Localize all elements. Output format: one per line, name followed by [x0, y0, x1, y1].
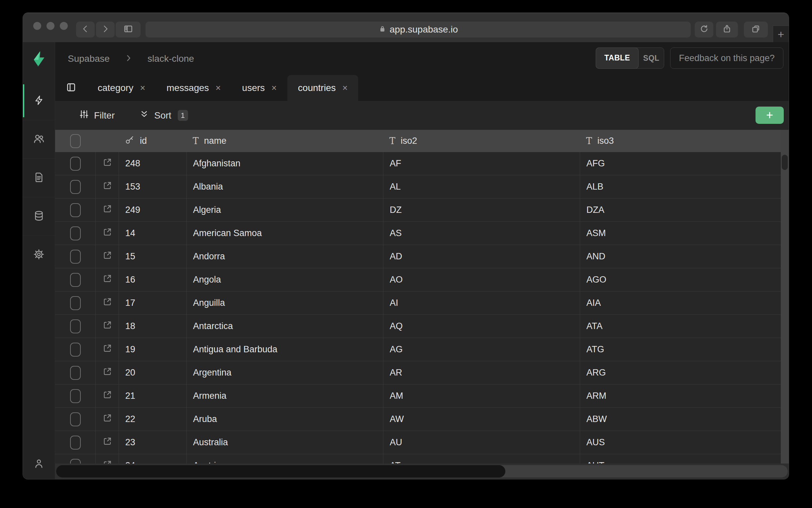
- cell-iso3[interactable]: ATA: [580, 315, 781, 338]
- breadcrumb-org[interactable]: Supabase: [68, 53, 110, 64]
- cell-id[interactable]: 19: [119, 338, 187, 361]
- sort-button[interactable]: Sort 1: [139, 109, 188, 122]
- cell-iso2[interactable]: AQ: [383, 315, 580, 338]
- cell-iso3[interactable]: AND: [580, 245, 781, 268]
- cell-iso2[interactable]: AW: [383, 408, 580, 431]
- external-link-icon[interactable]: [102, 227, 112, 240]
- cell-name[interactable]: Afghanistan: [187, 152, 383, 175]
- external-link-icon[interactable]: [102, 297, 112, 309]
- cell-iso3[interactable]: ARM: [580, 384, 781, 408]
- column-header-name[interactable]: T name: [187, 130, 383, 152]
- sidebar-item-docs[interactable]: [23, 159, 55, 197]
- cell-name[interactable]: Andorra: [187, 245, 383, 268]
- cell-name[interactable]: American Samoa: [187, 222, 383, 245]
- view-toggle-table[interactable]: TABLE: [596, 47, 639, 69]
- cell-name[interactable]: Angola: [187, 268, 383, 291]
- address-bar[interactable]: app.supabase.io: [146, 22, 691, 38]
- cell-iso3[interactable]: ALB: [580, 175, 781, 198]
- breadcrumb-project[interactable]: slack-clone: [148, 53, 194, 64]
- cell-iso3[interactable]: AIA: [580, 292, 781, 314]
- sidebar-item-table-editor[interactable]: [23, 82, 55, 120]
- close-icon[interactable]: ×: [140, 83, 145, 93]
- view-toggle-sql[interactable]: SQL: [639, 54, 664, 63]
- back-button[interactable]: [76, 22, 95, 38]
- external-link-icon[interactable]: [102, 436, 112, 449]
- row-checkbox[interactable]: [70, 436, 81, 450]
- close-icon[interactable]: ×: [272, 83, 277, 93]
- cell-iso2[interactable]: AI: [383, 292, 580, 314]
- external-link-icon[interactable]: [102, 390, 112, 402]
- row-checkbox[interactable]: [70, 226, 81, 240]
- sidebar-item-settings[interactable]: [23, 236, 55, 274]
- external-link-icon[interactable]: [102, 343, 112, 355]
- vertical-scrollbar-thumb[interactable]: [782, 155, 788, 170]
- tab-overview-button[interactable]: [744, 22, 768, 38]
- external-link-icon[interactable]: [102, 367, 112, 379]
- cell-iso3[interactable]: ABW: [580, 408, 781, 431]
- cell-name[interactable]: Anguilla: [187, 292, 383, 314]
- sidebar-item-auth[interactable]: [23, 120, 55, 159]
- cell-id[interactable]: 153: [119, 175, 187, 198]
- close-button[interactable]: [33, 22, 41, 30]
- row-checkbox[interactable]: [70, 180, 81, 194]
- cell-iso2[interactable]: AO: [383, 268, 580, 291]
- cell-name[interactable]: Antarctica: [187, 315, 383, 338]
- cell-id[interactable]: 248: [119, 152, 187, 175]
- external-link-icon[interactable]: [102, 413, 112, 425]
- external-link-icon[interactable]: [102, 204, 112, 216]
- external-link-icon[interactable]: [102, 320, 112, 332]
- column-header-iso3[interactable]: T iso3: [580, 130, 781, 152]
- add-row-button[interactable]: +: [756, 107, 784, 124]
- horizontal-scrollbar[interactable]: [55, 464, 789, 479]
- cell-id[interactable]: 16: [119, 268, 187, 291]
- row-checkbox[interactable]: [70, 157, 81, 171]
- cell-name[interactable]: Aruba: [187, 408, 383, 431]
- cell-id[interactable]: 15: [119, 245, 187, 268]
- reload-button[interactable]: [695, 22, 713, 38]
- cell-iso2[interactable]: AS: [383, 222, 580, 245]
- cell-name[interactable]: Antigua and Barbuda: [187, 338, 383, 361]
- browser-sidebar-toggle-button[interactable]: [116, 22, 140, 38]
- cell-name[interactable]: Algeria: [187, 199, 383, 221]
- cell-iso2[interactable]: AF: [383, 152, 580, 175]
- cell-iso3[interactable]: ATG: [580, 338, 781, 361]
- cell-name[interactable]: Argentina: [187, 361, 383, 384]
- external-link-icon[interactable]: [102, 181, 112, 193]
- cell-iso2[interactable]: AG: [383, 338, 580, 361]
- supabase-logo[interactable]: [23, 42, 55, 75]
- sidebar-item-database[interactable]: [23, 197, 55, 236]
- cell-name[interactable]: Albania: [187, 175, 383, 198]
- external-link-icon[interactable]: [102, 273, 112, 286]
- cell-id[interactable]: 22: [119, 408, 187, 431]
- feedback-button[interactable]: Feedback on this page?: [670, 47, 783, 69]
- filter-button[interactable]: Filter: [79, 109, 115, 122]
- select-all-checkbox[interactable]: [70, 134, 81, 148]
- row-checkbox[interactable]: [70, 389, 81, 403]
- cell-iso3[interactable]: DZA: [580, 199, 781, 221]
- tab-countries[interactable]: countries ×: [287, 75, 358, 101]
- cell-iso3[interactable]: AFG: [580, 152, 781, 175]
- cell-iso2[interactable]: AL: [383, 175, 580, 198]
- cell-id[interactable]: 23: [119, 431, 187, 454]
- sidebar-item-account[interactable]: [23, 458, 55, 470]
- cell-iso3[interactable]: ASM: [580, 222, 781, 245]
- cell-iso2[interactable]: DZ: [383, 199, 580, 221]
- cell-id[interactable]: 24: [119, 454, 187, 464]
- row-checkbox[interactable]: [70, 250, 81, 264]
- external-link-icon[interactable]: [102, 157, 112, 170]
- tab-users[interactable]: users ×: [232, 75, 287, 101]
- forward-button[interactable]: [96, 22, 115, 38]
- tab-category[interactable]: category ×: [87, 75, 156, 101]
- row-checkbox[interactable]: [70, 203, 81, 217]
- cell-id[interactable]: 18: [119, 315, 187, 338]
- cell-iso3[interactable]: AUT: [580, 454, 781, 464]
- external-link-icon[interactable]: [102, 250, 112, 263]
- row-checkbox[interactable]: [70, 320, 81, 333]
- vertical-scrollbar[interactable]: [781, 130, 789, 464]
- cell-id[interactable]: 249: [119, 199, 187, 221]
- column-header-id[interactable]: id: [119, 130, 187, 152]
- zoom-button[interactable]: [60, 22, 68, 30]
- cell-iso2[interactable]: AM: [383, 384, 580, 408]
- close-icon[interactable]: ×: [342, 83, 348, 93]
- cell-iso2[interactable]: AT: [383, 454, 580, 464]
